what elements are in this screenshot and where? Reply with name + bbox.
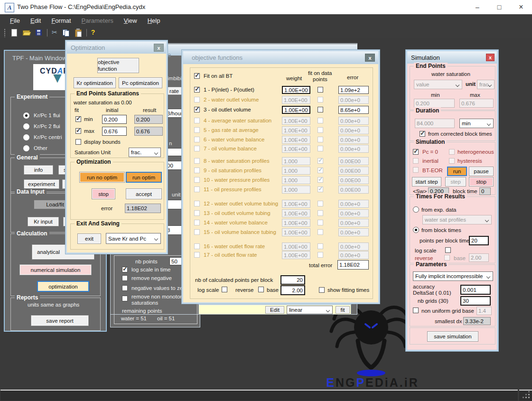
weight-field[interactable]: 1.00E+00 (282, 251, 310, 259)
log-scale-checkbox[interactable] (222, 287, 227, 292)
help-icon[interactable]: ? (91, 28, 95, 37)
fit-max-checkbox[interactable] (75, 128, 81, 134)
radio-other[interactable] (23, 145, 29, 151)
close-button[interactable]: × (510, 0, 532, 14)
reverse-checkbox[interactable] (258, 287, 264, 292)
fit-on-data-points-checkbox[interactable] (317, 158, 323, 164)
menu-help[interactable]: Help (142, 17, 166, 24)
row-select-checkbox[interactable] (194, 158, 200, 164)
toolbar-grip[interactable] (4, 28, 6, 37)
weight-field[interactable]: 1.00E+00 (282, 96, 310, 104)
fit-on-data-points-checkbox[interactable] (317, 107, 323, 112)
weight-field[interactable]: 1.00E+00 (282, 106, 310, 114)
value-field[interactable]: 3 (165, 225, 183, 235)
row-select-checkbox[interactable] (194, 210, 200, 216)
menu-file[interactable]: File (5, 17, 25, 24)
stop-button[interactable]: stop (469, 177, 494, 187)
points-per-block-time-field[interactable]: 20 (469, 236, 489, 245)
close-icon[interactable]: x (365, 54, 375, 62)
fit-on-data-points-checkbox[interactable] (317, 252, 323, 258)
row-select-checkbox[interactable] (194, 243, 200, 249)
saturation-unit-select[interactable]: frac. (129, 148, 161, 157)
error-field[interactable]: 0.00e+0 (338, 96, 369, 104)
objective-function-button[interactable]: objective function (97, 58, 139, 73)
points-per-block-field[interactable]: 20 (280, 275, 305, 285)
from-exp-data-radio[interactable] (413, 206, 419, 213)
error-field[interactable]: 0.00e+0 (338, 251, 369, 259)
fit-on-data-points-checkbox[interactable] (317, 220, 323, 225)
display-bounds-checkbox[interactable] (75, 139, 81, 145)
error-field[interactable]: 1.09e+2 (338, 86, 369, 94)
kr-input-button[interactable]: Kr input (28, 217, 59, 226)
log-scale-time-checkbox[interactable] (122, 267, 128, 272)
edit-button[interactable]: Edit (265, 306, 284, 314)
weight-field[interactable]: 1.00E+00 (282, 126, 310, 134)
optimization-dialog-titlebar[interactable]: Optimization (67, 42, 166, 54)
row-select-checkbox[interactable] (194, 137, 200, 142)
duration-unit-select[interactable]: min (459, 119, 494, 128)
scheme-select[interactable]: Fully implicit incompressible (413, 271, 493, 281)
fit-on-data-points-checkbox[interactable] (317, 118, 323, 123)
rate-unit-field[interactable]: 3/hour (165, 109, 183, 118)
run-button[interactable]: run (447, 167, 467, 176)
start-step-button[interactable]: start step (412, 177, 441, 187)
negative-to-zero-checkbox[interactable] (122, 285, 128, 291)
fit-on-data-points-checkbox[interactable] (317, 137, 323, 142)
inertial-checkbox[interactable] (413, 158, 419, 164)
weight-field[interactable]: 1.000 (282, 176, 310, 184)
menu-edit[interactable]: Edit (25, 17, 46, 24)
menu-format[interactable]: Format (46, 17, 76, 24)
weight-field[interactable]: 1.00E+00 (282, 117, 310, 125)
new-file-icon[interactable] (10, 28, 18, 37)
fit-on-data-points-checkbox[interactable] (317, 87, 323, 93)
row-select-checkbox[interactable] (194, 229, 200, 235)
row-select-checkbox[interactable] (194, 201, 200, 206)
fit-on-data-points-checkbox[interactable] (317, 168, 323, 173)
bt-eor-checkbox[interactable] (413, 167, 419, 173)
error-field[interactable]: 8.65e+0 (338, 106, 369, 114)
error-field[interactable]: 0.00e+0 (338, 219, 369, 227)
run-optim-button[interactable]: run optim (126, 172, 162, 183)
fit-on-data-points-checkbox[interactable] (317, 243, 323, 249)
row-select-checkbox[interactable] (194, 168, 200, 173)
optimization-button[interactable]: optimization (37, 281, 89, 292)
from-corrected-checkbox[interactable] (420, 131, 425, 137)
heterogeneous-checkbox[interactable] (449, 149, 455, 155)
min-initial-field[interactable]: 0.200 (102, 115, 127, 124)
fit-on-data-points-checkbox[interactable] (317, 127, 323, 133)
weight-field[interactable]: 1.00E+00 (282, 242, 310, 251)
hidden-field[interactable] (165, 200, 183, 209)
simulation-titlebar[interactable]: Simulation (407, 51, 497, 64)
paste-icon[interactable] (74, 28, 82, 37)
pc-optimization-button[interactable]: Pc optimization (119, 77, 162, 88)
info-button[interactable]: info (24, 165, 53, 175)
error-field[interactable]: 0.00e+0 (338, 117, 369, 125)
fit-on-data-points-checkbox[interactable] (317, 187, 323, 192)
fit-on-data-points-checkbox[interactable] (317, 177, 323, 183)
error-field[interactable]: 0.00e+0 (338, 242, 369, 251)
interpolation-select[interactable]: linear (287, 306, 333, 314)
kr-optimization-button[interactable]: Kr optimization (74, 77, 116, 88)
non-uniform-grid-checkbox[interactable] (413, 308, 419, 313)
fit-on-data-points-checkbox[interactable] (317, 210, 323, 216)
error-field[interactable]: 0.00e+0 (338, 136, 369, 144)
row-select-checkbox[interactable] (194, 97, 200, 103)
weight-field[interactable]: 1.00E+00 (282, 145, 310, 153)
close-icon[interactable]: x (486, 54, 495, 61)
total-error-field[interactable]: 1.18E02 (337, 260, 369, 270)
pause-button[interactable]: pause (469, 167, 494, 176)
open-file-icon[interactable] (22, 28, 30, 37)
fit-min-checkbox[interactable] (75, 116, 81, 122)
weight-field[interactable]: 1.00E+00 (282, 228, 310, 236)
maximize-button[interactable]: □ (488, 0, 510, 14)
show-fitting-times-checkbox[interactable] (319, 287, 325, 293)
accept-button[interactable]: accept (126, 188, 162, 199)
remove-negative-checkbox[interactable] (122, 275, 128, 281)
pc0-checkbox[interactable] (413, 149, 419, 155)
weight-field[interactable]: 1.000 (282, 167, 310, 175)
from-block-times-radio[interactable] (413, 227, 419, 233)
row-select-checkbox[interactable] (194, 107, 200, 112)
row-select-checkbox[interactable] (194, 220, 200, 225)
run-no-optim-button[interactable]: run no optim (79, 172, 125, 183)
weight-field[interactable]: 1.00E+00 (282, 136, 310, 144)
